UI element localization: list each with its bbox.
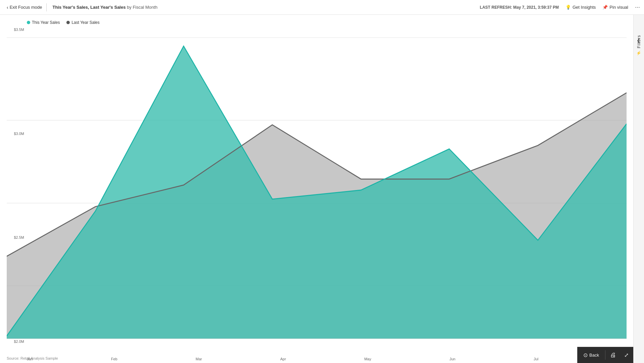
x-label-jan: Jan [27,357,33,361]
pin-visual-label: Pin visual [609,5,628,10]
print-icon: 🖨 [610,352,616,358]
chart-svg [7,28,627,354]
chart-title-bar: This Year's Sales, Last Year's Sales by … [49,5,158,10]
get-insights-button[interactable]: 💡 Get Insights [566,5,596,10]
toolbar-separator [605,350,605,360]
back-label: Back [589,353,599,358]
lightbulb-icon: 💡 [566,5,571,10]
x-label-jun: Jun [449,357,455,361]
chart-area: $3.5M $3.0M $2.5M $2.0M Jan Feb [7,28,627,354]
main-content: This Year Sales Last Year Sales $3.5M $3… [0,15,633,363]
top-bar-left: ‹ Exit Focus mode This Year's Sales, Las… [4,3,157,11]
x-label-jul: Jul [534,357,538,361]
filter-icon: ⚡ [637,50,641,56]
y-label-3-0m: $3.0M [7,132,27,136]
y-label-3-5m: $3.5M [7,28,27,32]
exit-focus-button[interactable]: ‹ Exit Focus mode [4,3,47,11]
x-axis-labels: Jan Feb Mar Apr May Jun Jul Aug [7,355,627,361]
exit-focus-label: Exit Focus mode [10,5,42,10]
x-label-feb: Feb [111,357,117,361]
last-refresh: LAST REFRESH: May 7, 2021, 3:59:37 PM [480,5,559,10]
y-label-2-0m: $2.0M [7,339,27,344]
legend-label-last-year: Last Year Sales [71,20,99,25]
back-button[interactable]: ⊙ Back [579,349,604,361]
filters-panel: ❮ ⚡ Filters [633,15,644,363]
legend-dot-last-year [66,21,70,24]
filters-label[interactable]: ⚡ Filters [637,35,641,56]
y-label-2-5m: $2.5M [7,235,27,239]
legend-label-this-year: This Year Sales [32,20,60,25]
print-button[interactable]: 🖨 [607,349,620,361]
back-circle-icon: ⊙ [583,352,588,358]
pin-icon: 📌 [602,5,608,10]
top-bar: ‹ Exit Focus mode This Year's Sales, Las… [0,0,644,15]
fullscreen-icon: ⤢ [624,352,629,358]
chart-by-text: by Fiscal Month [127,5,157,10]
top-bar-right: LAST REFRESH: May 7, 2021, 3:59:37 PM 💡 … [480,4,640,11]
y-axis-labels: $3.5M $3.0M $2.5M $2.0M [7,28,27,344]
last-refresh-value: May 7, 2021, 3:59:37 PM [513,5,559,10]
chart-legend: This Year Sales Last Year Sales [7,20,627,25]
x-label-may: May [364,357,371,361]
x-label-mar: Mar [196,357,202,361]
chart-title: This Year's Sales, Last Year's Sales [53,5,126,10]
legend-item-last-year: Last Year Sales [66,20,99,25]
legend-dot-this-year [27,21,30,24]
get-insights-label: Get Insights [573,5,596,10]
pin-visual-button[interactable]: 📌 Pin visual [602,5,628,10]
last-refresh-label: LAST REFRESH: [480,5,512,10]
x-label-apr: Apr [280,357,286,361]
fullscreen-button[interactable]: ⤢ [621,349,632,361]
bottom-toolbar: ⊙ Back 🖨 ⤢ [577,347,633,363]
more-options-button[interactable]: ··· [635,4,640,11]
back-arrow-icon: ‹ [7,5,8,10]
legend-item-this-year: This Year Sales [27,20,60,25]
